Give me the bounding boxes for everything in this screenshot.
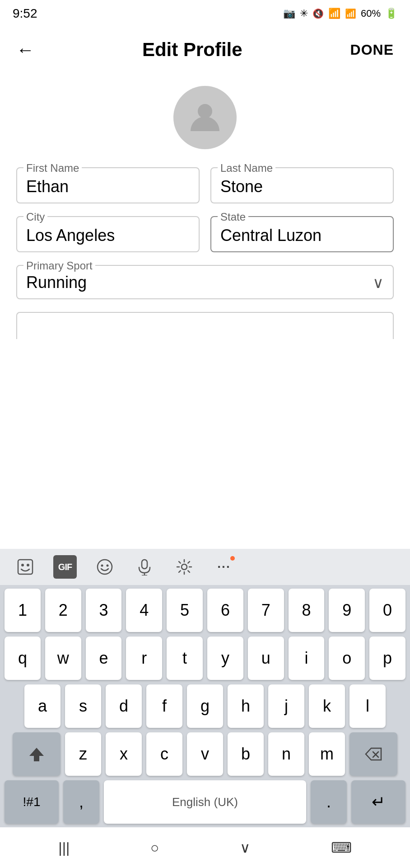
svg-point-7 [107, 565, 109, 567]
key-r[interactable]: r [126, 637, 162, 680]
period-key[interactable]: . [311, 780, 347, 824]
signal-icon: 📶 [345, 8, 356, 19]
qwerty-row: q w e r t y u i o p [5, 637, 405, 680]
key-b[interactable]: b [228, 732, 264, 776]
primary-sport-label: Primary Sport [23, 259, 95, 272]
asdf-row: a s d f g h j k l [5, 684, 405, 728]
status-time: 9:52 [13, 6, 37, 21]
avatar[interactable] [173, 86, 237, 149]
key-t[interactable]: t [167, 637, 203, 680]
key-q[interactable]: q [5, 637, 41, 680]
key-w[interactable]: w [45, 637, 81, 680]
key-k[interactable]: k [309, 684, 345, 728]
last-name-field[interactable]: Last Name Stone [210, 167, 394, 203]
nav-home-button[interactable]: ○ [150, 840, 159, 856]
bluetooth-icon: ✳ [300, 8, 308, 19]
svg-point-3 [21, 564, 24, 566]
key-o[interactable]: o [329, 637, 365, 680]
state-field[interactable]: State Central Luzon [210, 216, 394, 252]
key-5[interactable]: 5 [167, 589, 203, 632]
key-e[interactable]: e [86, 637, 122, 680]
key-z[interactable]: z [65, 732, 101, 776]
svg-rect-1 [17, 558, 34, 576]
bottom-nav: ||| ○ ∨ ⌨ [0, 827, 410, 868]
key-1[interactable]: 1 [5, 589, 41, 632]
key-h[interactable]: h [228, 684, 264, 728]
sport-row: Primary Sport Running ∨ [16, 265, 394, 299]
wifi-icon: 📶 [328, 8, 340, 19]
more-icon[interactable]: ··· [212, 555, 236, 579]
key-4[interactable]: 4 [126, 589, 162, 632]
key-m[interactable]: m [309, 732, 345, 776]
nav-back-button[interactable]: ||| [58, 840, 70, 856]
key-f[interactable]: f [146, 684, 182, 728]
done-button[interactable]: DONE [350, 42, 394, 58]
gif-button[interactable]: GIF [53, 555, 77, 579]
city-field[interactable]: City Los Angeles [16, 216, 200, 252]
key-j[interactable]: j [268, 684, 304, 728]
keyboard-toolbar: GIF [0, 549, 410, 585]
primary-sport-field[interactable]: Primary Sport Running ∨ [16, 265, 394, 299]
key-d[interactable]: d [106, 684, 142, 728]
key-v[interactable]: v [187, 732, 223, 776]
last-name-value[interactable]: Stone [220, 175, 384, 196]
key-a[interactable]: a [24, 684, 61, 728]
sym-key[interactable]: !#1 [5, 780, 59, 824]
nav-recent-button[interactable]: ∨ [240, 839, 250, 856]
key-i[interactable]: i [289, 637, 325, 680]
emoji-icon[interactable] [93, 555, 116, 579]
mute-icon: 🔇 [312, 8, 324, 19]
key-l[interactable]: l [349, 684, 386, 728]
mic-icon[interactable] [133, 555, 156, 579]
key-x[interactable]: x [106, 732, 142, 776]
backspace-key[interactable] [349, 732, 397, 776]
bottom-row: !#1 , English (UK) . ↵ [5, 780, 405, 824]
name-row: First Name Ethan Last Name Stone [16, 167, 394, 203]
key-n[interactable]: n [268, 732, 304, 776]
key-y[interactable]: y [207, 637, 243, 680]
svg-point-6 [101, 565, 103, 567]
avatar-person-icon [187, 99, 223, 137]
last-name-label: Last Name [218, 162, 275, 175]
svg-point-4 [27, 564, 29, 566]
svg-rect-8 [142, 560, 147, 569]
enter-key[interactable]: ↵ [351, 780, 405, 824]
svg-rect-2 [18, 560, 33, 574]
state-value[interactable]: Central Luzon [220, 224, 384, 245]
key-2[interactable]: 2 [45, 589, 81, 632]
key-c[interactable]: c [146, 732, 182, 776]
first-name-label: First Name [23, 162, 82, 175]
city-label: City [23, 211, 47, 223]
svg-point-0 [198, 104, 212, 118]
key-s[interactable]: s [65, 684, 101, 728]
space-key[interactable]: English (UK) [104, 780, 306, 824]
key-u[interactable]: u [248, 637, 284, 680]
back-button[interactable]: ← [16, 40, 34, 60]
svg-point-11 [182, 564, 187, 570]
city-value[interactable]: Los Angeles [26, 224, 190, 245]
shift-key[interactable] [13, 732, 61, 776]
key-p[interactable]: p [369, 637, 405, 680]
key-6[interactable]: 6 [207, 589, 243, 632]
partial-field [16, 312, 394, 339]
comma-key[interactable]: , [63, 780, 99, 824]
avatar-container[interactable] [173, 86, 237, 149]
key-3[interactable]: 3 [86, 589, 122, 632]
status-bar: 9:52 📷 ✳ 🔇 📶 📶 60% 🔋 [0, 0, 410, 27]
key-7[interactable]: 7 [248, 589, 284, 632]
toolbar-icons: GIF [14, 555, 236, 579]
key-0[interactable]: 0 [369, 589, 405, 632]
content-area: First Name Ethan Last Name Stone City Lo… [0, 72, 410, 549]
key-g[interactable]: g [187, 684, 223, 728]
nav-keyboard-button[interactable]: ⌨ [331, 839, 352, 856]
number-row: 1 2 3 4 5 6 7 8 9 0 [5, 589, 405, 632]
camera-icon: 📷 [283, 8, 295, 19]
primary-sport-value[interactable]: Running [26, 273, 87, 292]
sticker-icon[interactable] [14, 555, 37, 579]
svg-point-5 [98, 560, 112, 574]
first-name-value[interactable]: Ethan [26, 175, 190, 196]
first-name-field[interactable]: First Name Ethan [16, 167, 200, 203]
settings-icon[interactable] [172, 555, 196, 579]
key-9[interactable]: 9 [329, 589, 365, 632]
key-8[interactable]: 8 [289, 589, 325, 632]
